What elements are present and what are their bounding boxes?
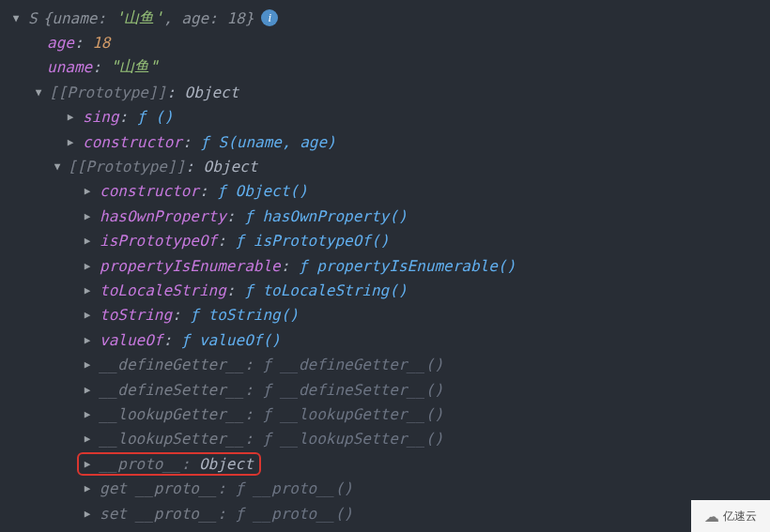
fn-get-proto: ƒ __proto__() bbox=[236, 479, 353, 497]
value-proto: Object bbox=[199, 455, 254, 473]
expand-arrow-icon[interactable] bbox=[64, 111, 77, 123]
expand-arrow-icon[interactable] bbox=[81, 482, 94, 494]
prototype-label: [[Prototype]] bbox=[68, 158, 185, 175]
preview-uname-val: '山鱼' bbox=[116, 8, 163, 28]
watermark-text: 亿速云 bbox=[723, 509, 757, 524]
expand-arrow-icon[interactable] bbox=[81, 408, 94, 420]
preview-age-val: 18 bbox=[226, 9, 244, 27]
method-fn: ƒ propertyIsEnumerable() bbox=[299, 257, 516, 275]
method-isPrototypeOf[interactable]: isPrototypeOf: ƒ isPrototypeOf() bbox=[9, 229, 770, 253]
key-uname: uname bbox=[47, 58, 92, 76]
watermark: ☁ 亿速云 bbox=[691, 500, 770, 532]
fn-constructor: ƒ S(uname, age) bbox=[200, 133, 336, 151]
method-toLocaleString[interactable]: toLocaleString: ƒ toLocaleString() bbox=[9, 278, 770, 302]
expand-arrow-icon[interactable] bbox=[51, 160, 64, 173]
method-key: __defineGetter__ bbox=[100, 356, 244, 373]
expand-arrow-icon[interactable] bbox=[81, 508, 94, 520]
method-fn: ƒ Object() bbox=[217, 182, 307, 200]
fn-set-proto: ƒ __proto__() bbox=[236, 505, 353, 523]
method-hasOwnProperty[interactable]: hasOwnProperty: ƒ hasOwnProperty() bbox=[9, 204, 770, 228]
expand-arrow-icon[interactable] bbox=[81, 260, 94, 272]
method-__defineSetter__[interactable]: __defineSetter__: ƒ __defineSetter__() bbox=[9, 377, 770, 402]
method-fn: ƒ __defineSetter__() bbox=[262, 381, 443, 399]
expand-arrow-icon[interactable] bbox=[64, 136, 77, 148]
expand-arrow-icon[interactable] bbox=[9, 12, 23, 24]
key-age: age bbox=[47, 34, 74, 52]
expand-arrow-icon[interactable] bbox=[81, 284, 94, 296]
method-__lookupSetter__[interactable]: __lookupSetter__: ƒ __lookupSetter__() bbox=[9, 427, 770, 451]
prototype-value: Object bbox=[204, 158, 258, 175]
prototype-2-row[interactable]: [[Prototype]] : Object bbox=[9, 154, 770, 178]
expand-arrow-icon[interactable] bbox=[81, 384, 94, 396]
value-uname: "山鱼" bbox=[110, 57, 158, 77]
expand-arrow-icon[interactable] bbox=[81, 334, 94, 346]
method-fn: ƒ __lookupGetter__() bbox=[262, 405, 443, 423]
brace-close: } bbox=[245, 9, 254, 27]
key-get-proto: get __proto__ bbox=[100, 479, 217, 497]
preview-uname-key: uname bbox=[52, 9, 97, 27]
method-fn: ƒ valueOf() bbox=[181, 331, 281, 349]
cloud-icon: ☁ bbox=[704, 508, 719, 525]
method-fn: ƒ isPrototypeOf() bbox=[236, 232, 390, 250]
property-proto-highlighted[interactable]: __proto__ : Object bbox=[9, 451, 770, 476]
method-fn: ƒ toLocaleString() bbox=[244, 281, 407, 299]
info-icon[interactable]: i bbox=[261, 9, 278, 26]
method-key: __defineSetter__ bbox=[100, 381, 244, 399]
method-valueOf[interactable]: valueOf: ƒ valueOf() bbox=[9, 327, 770, 352]
root-object-row[interactable]: S { uname : '山鱼' , age : 18 } i bbox=[9, 6, 770, 30]
method-key: valueOf bbox=[100, 331, 162, 349]
expand-arrow-icon[interactable] bbox=[81, 309, 94, 321]
method-propertyIsEnumerable[interactable]: propertyIsEnumerable: ƒ propertyIsEnumer… bbox=[9, 253, 770, 278]
object-tree: S { uname : '山鱼' , age : 18 } i age : 18… bbox=[0, 0, 770, 525]
expand-arrow-icon[interactable] bbox=[81, 458, 94, 470]
expand-arrow-icon[interactable] bbox=[32, 86, 45, 99]
method-key: toLocaleString bbox=[100, 281, 226, 299]
method-key: isPrototypeOf bbox=[100, 232, 217, 250]
method-fn: ƒ __lookupSetter__() bbox=[262, 430, 443, 448]
expand-arrow-icon[interactable] bbox=[81, 210, 94, 222]
method-key: propertyIsEnumerable bbox=[100, 257, 281, 275]
method-key: toString bbox=[100, 306, 172, 324]
value-age: 18 bbox=[92, 34, 110, 52]
key-set-proto: set __proto__ bbox=[100, 505, 217, 523]
setter-proto[interactable]: set __proto__ : ƒ __proto__() bbox=[9, 501, 770, 525]
method-__defineGetter__[interactable]: __defineGetter__: ƒ __defineGetter__() bbox=[9, 352, 770, 376]
class-name: S bbox=[28, 9, 38, 27]
key-sing: sing bbox=[83, 108, 119, 126]
expand-arrow-icon[interactable] bbox=[81, 433, 94, 445]
method-sing[interactable]: sing : ƒ () bbox=[9, 105, 770, 129]
method-key: __lookupSetter__ bbox=[100, 430, 244, 448]
preview-age-key: age bbox=[181, 9, 208, 27]
key-constructor: constructor bbox=[83, 133, 182, 151]
method-fn: ƒ hasOwnProperty() bbox=[244, 207, 407, 225]
prototype-1-row[interactable]: [[Prototype]] : Object bbox=[9, 80, 770, 104]
property-age[interactable]: age : 18 bbox=[9, 30, 770, 54]
method-constructor-s[interactable]: constructor : ƒ S(uname, age) bbox=[9, 129, 770, 154]
brace-open: { bbox=[43, 9, 53, 27]
expand-arrow-icon[interactable] bbox=[81, 185, 94, 197]
method-key: hasOwnProperty bbox=[100, 207, 226, 225]
property-uname[interactable]: uname : "山鱼" bbox=[9, 55, 770, 80]
highlight-box: __proto__ : Object bbox=[77, 452, 261, 476]
prototype-label: [[Prototype]] bbox=[49, 84, 166, 101]
expand-arrow-icon[interactable] bbox=[81, 235, 94, 247]
getter-proto[interactable]: get __proto__ : ƒ __proto__() bbox=[9, 476, 770, 500]
method-__lookupGetter__[interactable]: __lookupGetter__: ƒ __lookupGetter__() bbox=[9, 402, 770, 426]
method-key: constructor bbox=[100, 182, 199, 200]
prototype-value: Object bbox=[185, 84, 239, 101]
method-fn: ƒ __defineGetter__() bbox=[262, 356, 443, 373]
method-key: __lookupGetter__ bbox=[100, 405, 244, 423]
fn-sing: ƒ () bbox=[137, 108, 174, 126]
method-fn: ƒ toString() bbox=[190, 306, 299, 324]
key-proto: __proto__ bbox=[100, 455, 181, 473]
expand-arrow-icon[interactable] bbox=[81, 358, 94, 371]
method-constructor[interactable]: constructor: ƒ Object() bbox=[9, 179, 770, 204]
method-toString[interactable]: toString: ƒ toString() bbox=[9, 303, 770, 327]
